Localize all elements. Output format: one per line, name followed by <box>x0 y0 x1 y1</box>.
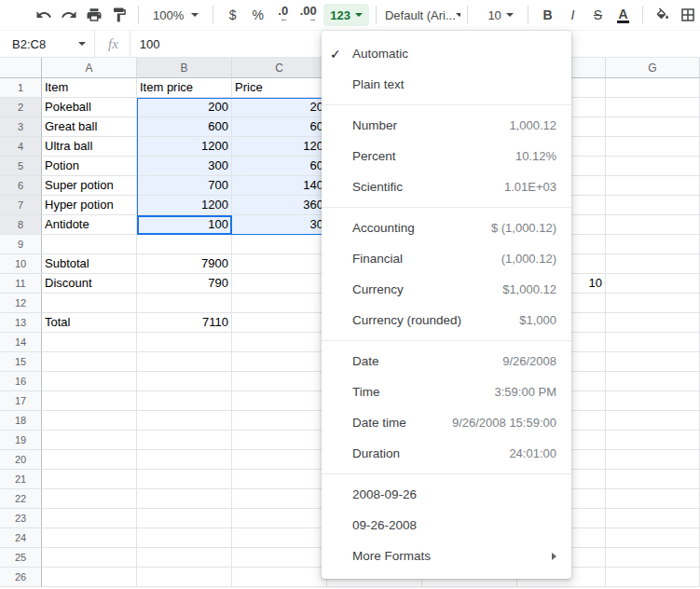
cell-C21[interactable] <box>232 470 327 489</box>
zoom-select[interactable]: 100% <box>145 4 206 26</box>
cell-C4[interactable]: 120 <box>232 137 327 157</box>
row-header-8[interactable]: 8 <box>0 215 42 235</box>
cell-C3[interactable]: 60 <box>232 117 327 137</box>
menu-item-date-dash[interactable]: 09-26-2008 <box>322 510 571 541</box>
cell-A7[interactable]: Hyper potion <box>42 196 137 215</box>
cell-C10[interactable] <box>232 254 327 274</box>
cell-C22[interactable] <box>232 489 327 509</box>
redo-button[interactable] <box>56 4 81 26</box>
menu-item-accounting[interactable]: Accounting$ (1,000.12) <box>322 212 571 243</box>
cell-C24[interactable] <box>232 528 327 548</box>
menu-item-date-iso[interactable]: 2008-09-26 <box>322 479 571 510</box>
cell-C7[interactable]: 360 <box>232 196 327 215</box>
cell-A12[interactable] <box>42 294 137 313</box>
paint-format-button[interactable] <box>106 4 131 26</box>
row-header-23[interactable]: 23 <box>0 509 42 528</box>
increase-decimal-button[interactable]: .00 → <box>295 4 321 26</box>
cell-A17[interactable] <box>42 391 137 411</box>
row-header-15[interactable]: 15 <box>0 352 42 372</box>
column-header-A[interactable]: A <box>42 58 137 78</box>
menu-item-percent[interactable]: Percent10.12% <box>322 141 571 171</box>
format-percent-button[interactable]: % <box>245 4 270 26</box>
menu-item-currency-rounded[interactable]: Currency (rounded)$1,000 <box>322 305 571 336</box>
cell-B23[interactable] <box>137 509 232 528</box>
text-color-button[interactable]: A <box>611 4 636 26</box>
cell-C1[interactable]: Price <box>232 78 327 98</box>
cell-B7[interactable]: 1200 <box>137 196 232 215</box>
font-size-select[interactable]: 10 <box>474 4 521 26</box>
cell-G20[interactable] <box>606 450 700 470</box>
cell-A5[interactable]: Potion <box>42 157 137 176</box>
italic-button[interactable]: I <box>560 4 585 26</box>
row-header-3[interactable]: 3 <box>0 117 42 137</box>
cell-G23[interactable] <box>606 509 700 528</box>
cell-G21[interactable] <box>606 470 700 489</box>
cell-G12[interactable] <box>606 294 700 313</box>
cell-B11[interactable]: 790 <box>137 274 232 294</box>
row-header-5[interactable]: 5 <box>0 157 42 176</box>
row-header-16[interactable]: 16 <box>0 372 42 391</box>
cell-B6[interactable]: 700 <box>137 176 232 196</box>
row-header-17[interactable]: 17 <box>0 391 42 411</box>
cell-C25[interactable] <box>232 548 327 568</box>
cell-B3[interactable]: 600 <box>137 117 232 137</box>
cell-G3[interactable] <box>606 117 700 137</box>
row-header-20[interactable]: 20 <box>0 450 42 470</box>
cell-C12[interactable] <box>232 294 327 313</box>
row-header-9[interactable]: 9 <box>0 235 42 254</box>
cell-G13[interactable] <box>606 313 700 333</box>
cell-A24[interactable] <box>42 528 137 548</box>
cell-A14[interactable] <box>42 333 137 352</box>
cell-C26[interactable] <box>232 568 327 587</box>
cell-G4[interactable] <box>606 137 700 157</box>
menu-item-more-formats[interactable]: More Formats <box>322 541 571 571</box>
cell-C6[interactable]: 140 <box>232 176 327 196</box>
column-header-B[interactable]: B <box>137 58 232 78</box>
cell-C11[interactable] <box>232 274 327 294</box>
cell-C2[interactable]: 20 <box>232 98 327 117</box>
cell-A16[interactable] <box>42 372 137 391</box>
cell-G15[interactable] <box>606 352 700 372</box>
row-header-10[interactable]: 10 <box>0 254 42 274</box>
row-header-26[interactable]: 26 <box>0 568 42 587</box>
cell-G1[interactable] <box>606 78 700 98</box>
cell-B2[interactable]: 200 <box>137 98 232 117</box>
cell-B12[interactable] <box>137 294 232 313</box>
borders-button[interactable] <box>675 4 700 26</box>
cell-C16[interactable] <box>232 372 327 391</box>
cell-B13[interactable]: 7110 <box>137 313 232 333</box>
cell-A2[interactable]: Pokeball <box>42 98 137 117</box>
cell-A19[interactable] <box>42 431 137 450</box>
menu-item-currency[interactable]: Currency$1,000.12 <box>322 274 571 305</box>
row-header-21[interactable]: 21 <box>0 470 42 489</box>
cell-C8[interactable]: 30 <box>232 215 327 235</box>
cell-B1[interactable]: Item price <box>137 78 232 98</box>
cell-A21[interactable] <box>42 470 137 489</box>
cell-C13[interactable] <box>232 313 327 333</box>
menu-item-scientific[interactable]: Scientific1.01E+03 <box>322 171 571 202</box>
cell-B9[interactable] <box>137 235 232 254</box>
row-header-19[interactable]: 19 <box>0 431 42 450</box>
cell-A10[interactable]: Subtotal <box>42 254 137 274</box>
cell-G25[interactable] <box>606 548 700 568</box>
cell-A15[interactable] <box>42 352 137 372</box>
cell-G24[interactable] <box>606 528 700 548</box>
cell-G17[interactable] <box>606 391 700 411</box>
cell-C17[interactable] <box>232 391 327 411</box>
menu-item-automatic[interactable]: ✓Automatic <box>322 38 571 69</box>
cell-B25[interactable] <box>137 548 232 568</box>
cell-A18[interactable] <box>42 411 137 431</box>
cell-G7[interactable] <box>606 196 700 215</box>
formula-input[interactable]: 100 <box>140 37 160 51</box>
cell-B17[interactable] <box>137 391 232 411</box>
cell-G2[interactable] <box>606 98 700 117</box>
row-header-1[interactable]: 1 <box>0 78 42 98</box>
cell-G9[interactable] <box>606 235 700 254</box>
cell-B19[interactable] <box>137 431 232 450</box>
strikethrough-button[interactable]: S <box>585 4 611 26</box>
menu-item-time[interactable]: Time3:59:00 PM <box>322 377 571 407</box>
row-header-11[interactable]: 11 <box>0 274 42 294</box>
cell-A4[interactable]: Ultra ball <box>42 137 137 157</box>
row-header-4[interactable]: 4 <box>0 137 42 157</box>
cell-G6[interactable] <box>606 176 700 196</box>
